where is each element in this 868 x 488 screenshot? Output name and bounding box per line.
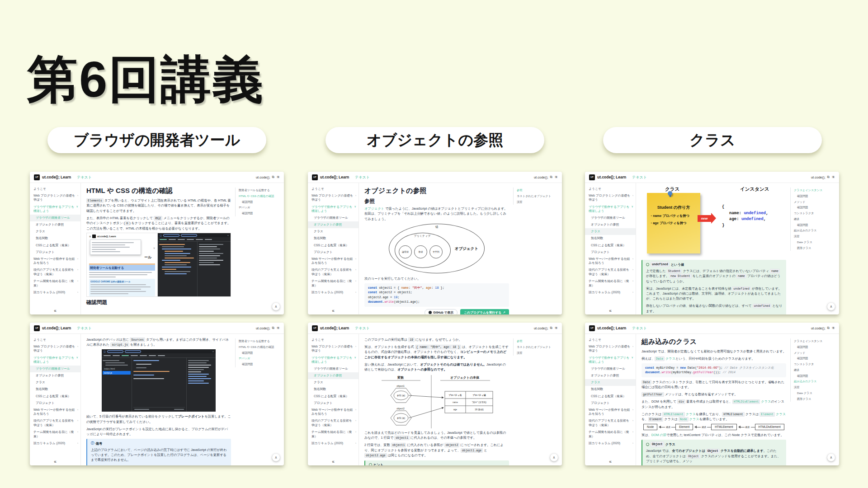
toc-item[interactable]: メソッド (794, 350, 837, 356)
external-site-link[interactable]: ut.code(); (534, 175, 548, 179)
sidebar-collapse-button[interactable]: « (54, 308, 57, 313)
sidebar-item[interactable]: 無名関数 (308, 235, 359, 242)
toc-item[interactable]: 確認問題 (794, 193, 837, 199)
scroll-top-button[interactable]: ∧ (550, 454, 558, 461)
toc-item[interactable]: 参照 (517, 188, 560, 193)
sidebar-item[interactable]: プロジェクト (30, 399, 80, 406)
toc-item[interactable]: 演習 (794, 385, 837, 390)
sidebar-item[interactable]: 現代のアプリを支える技術を学ぼう（発展）› (585, 267, 636, 278)
sidebar-item[interactable]: ブラウザで動作するアプリを構築しよう∨ (30, 203, 80, 215)
file-item-selected[interactable]: script.js (103, 371, 131, 375)
sidebar-item[interactable]: 旧カリキュラム (2020)› (585, 440, 636, 447)
toc-item[interactable]: クラスとインスタンス (794, 188, 837, 193)
toc-item[interactable]: 演習 (517, 350, 560, 356)
sidebar-item[interactable]: CSS による配置（発展） (585, 242, 636, 249)
sidebar-item[interactable]: 無名関数 (30, 386, 80, 393)
toc-item[interactable]: 継承 (794, 216, 837, 222)
scroll-top-button[interactable]: ∧ (827, 454, 835, 461)
sidebar-item[interactable]: ようこそ (30, 185, 80, 192)
sidebar-item[interactable]: ようこそ (30, 336, 80, 343)
sidebar-item[interactable]: 旧カリキュラム (2020)› (30, 440, 80, 447)
sidebar-item[interactable]: チーム開発を始める前に（発展）› (308, 278, 359, 289)
toc-item[interactable]: 参照 (517, 338, 560, 344)
sidebar-item[interactable]: ブラウザの開発者ツール (308, 366, 359, 372)
sidebar-item[interactable]: 旧カリキュラム (2020)› (585, 289, 636, 296)
sidebar-item[interactable]: 旧カリキュラム (2020)› (308, 289, 359, 296)
sidebar-item[interactable]: 無名関数 (30, 235, 80, 242)
sidebar-item[interactable]: 無名関数 (308, 386, 359, 393)
sidebar-collapse-button[interactable]: « (609, 459, 612, 464)
sidebar-item[interactable]: Web プログラミングの基礎を学ぼう› (30, 192, 80, 203)
toc-item[interactable]: 図形クラス (794, 396, 837, 402)
nav-tab-text[interactable]: テキスト (77, 326, 92, 331)
sidebar-item[interactable]: Web プログラミングの基礎を学ぼう› (585, 343, 636, 354)
toc-item[interactable]: 確認問題 (794, 205, 837, 211)
sidebar-item[interactable]: クラス (308, 228, 359, 235)
toc-item[interactable]: 組み込みのクラス (794, 228, 837, 234)
toc-item[interactable]: Date クラス (794, 239, 837, 245)
sidebar-collapse-button[interactable]: « (609, 308, 612, 313)
sidebar-item[interactable]: ブラウザの開発者ツール (585, 215, 636, 221)
sidebar-item[interactable]: クラス (30, 228, 80, 235)
sidebar-item[interactable]: Web サーバーが動作する仕組みを知ろう› (30, 255, 80, 267)
sidebar-item[interactable]: 現代のアプリを支える技術を学ぼう（発展）› (308, 267, 359, 278)
sidebar-item[interactable]: チーム開発を始める前に（発展）› (585, 429, 636, 440)
toc-item[interactable]: メソッド (794, 199, 837, 205)
theme-toggle-icon[interactable]: ☀ (276, 175, 280, 179)
sidebar-item[interactable]: チーム開発を始める前に（発展）› (30, 429, 80, 440)
toc-item[interactable]: 確認問題 (794, 373, 837, 379)
sidebar-item[interactable]: ブラウザの開発者ツール (308, 215, 359, 221)
sidebar-item[interactable]: プロジェクト (308, 249, 359, 255)
sidebar-item[interactable]: オブジェクトの参照 (30, 372, 80, 379)
run-program-button[interactable]: このプログラムを実行する↗ (460, 309, 509, 314)
toc-item[interactable]: クラスとインスタンス (794, 338, 837, 344)
sidebar-item[interactable]: Web サーバーが動作する仕組みを知ろう› (308, 406, 359, 418)
toc-item[interactable]: 開発者ツールを起動する (239, 188, 282, 193)
sidebar-item[interactable]: Web プログラミングの基礎を学ぼう› (585, 192, 636, 203)
toc-item[interactable]: 確認問題 (239, 350, 282, 356)
toc-item[interactable]: 確認問題 (794, 344, 837, 350)
nav-tab-text[interactable]: テキスト (632, 175, 647, 180)
toc-item[interactable]: 図形クラス (794, 245, 837, 251)
sidebar-item[interactable]: ブラウザで動作するアプリを構築しよう∨ (308, 354, 359, 366)
sidebar-item[interactable]: オブジェクトの参照 (30, 221, 80, 228)
sidebar-item[interactable]: CSS による配置（発展） (308, 242, 359, 249)
sidebar-item[interactable]: オブジェクトの参照 (585, 372, 636, 379)
toc-item[interactable]: Date クラス (794, 390, 837, 396)
sidebar-item[interactable]: 現代のアプリを支える技術を学ぼう（発展）› (30, 267, 80, 278)
scroll-top-button[interactable]: ∧ (827, 303, 835, 310)
sidebar-collapse-button[interactable]: « (54, 459, 57, 464)
toc-item[interactable]: ネストされたオブジェクト (517, 193, 560, 199)
toc-item[interactable]: 確認問題 (794, 222, 837, 228)
external-site-link[interactable]: ut.code(); (811, 175, 826, 179)
sidebar-item[interactable]: 無名関数 (585, 386, 636, 393)
sidebar-item[interactable]: プロジェクト (308, 399, 359, 406)
sidebar-item[interactable]: プロジェクト (585, 249, 636, 255)
sidebar-item[interactable]: Web サーバーが動作する仕組みを知ろう› (308, 255, 359, 267)
sidebar-item[interactable]: ブラウザで動作するアプリを構築しよう∨ (585, 203, 636, 215)
external-site-link[interactable]: ut.code(); (534, 326, 548, 330)
toc-item[interactable]: 継承 (794, 367, 837, 373)
sidebar-item[interactable]: Web プログラミングの基礎を学ぼう› (308, 343, 359, 354)
theme-toggle-icon[interactable]: ☀ (554, 175, 558, 179)
sidebar-item[interactable]: ようこそ (585, 185, 636, 192)
toc-item[interactable]: デバッガ (239, 205, 282, 211)
toc-item[interactable]: ネストされたオブジェクト (517, 344, 560, 350)
toc-item[interactable]: 開発者ツールを起動する (239, 338, 282, 344)
external-site-link[interactable]: ut.code(); (256, 326, 270, 330)
toc-item[interactable]: 確認問題 (794, 356, 837, 361)
sidebar-item[interactable]: プロジェクト (585, 399, 636, 406)
sidebar-item[interactable]: 旧カリキュラム (2020)› (30, 289, 80, 296)
sidebar-item[interactable]: ようこそ (585, 336, 636, 343)
sidebar-item[interactable]: 現代のアプリを支える技術を学ぼう（発展）› (308, 418, 359, 429)
sidebar-item[interactable]: チーム開発を始める前に（発展）› (308, 429, 359, 440)
toc-item[interactable]: コンストラクタ (794, 211, 837, 216)
sidebar-item[interactable]: プロジェクト (30, 249, 80, 255)
sidebar-collapse-button[interactable]: « (332, 459, 335, 464)
sidebar-item[interactable]: 旧カリキュラム (2020)› (308, 440, 359, 447)
sidebar-item[interactable]: CSS による配置（発展） (30, 242, 80, 249)
toc-item[interactable]: 演習 (517, 199, 560, 205)
sidebar-item[interactable]: ブラウザの開発者ツール (30, 215, 80, 221)
sidebar-item[interactable]: CSS による配置（発展） (585, 393, 636, 399)
sidebar-item[interactable]: ブラウザで動作するアプリを構築しよう∨ (585, 354, 636, 366)
